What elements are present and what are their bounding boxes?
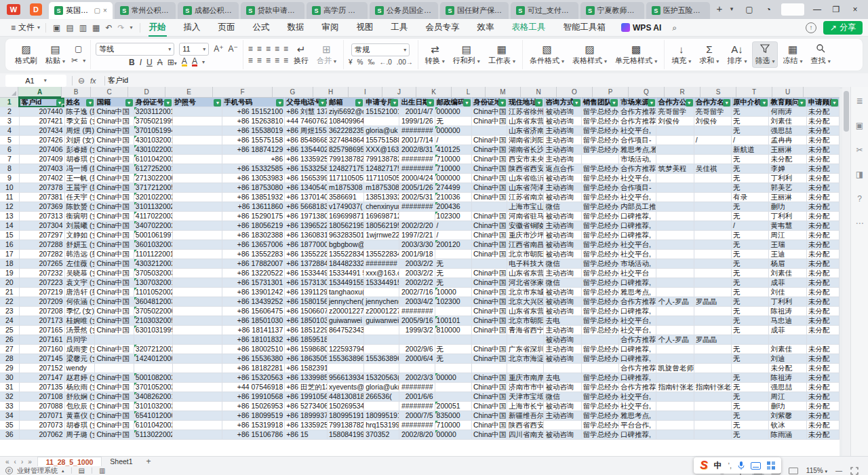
header-cell-O1[interactable]: 销售团队▼ (581, 98, 618, 107)
clipboard-status-icon[interactable]: ▤ (79, 467, 85, 474)
comma-style-icon[interactable]: ‰ (368, 58, 374, 66)
cell-H13[interactable]: 169699871( (327, 212, 363, 221)
cell-G30[interactable]: +86 1339985047 (285, 373, 328, 383)
rail-help-icon[interactable]: ? (857, 194, 862, 204)
cell-K23[interactable] (435, 307, 471, 316)
cell-M22[interactable]: 北京大兴区 (507, 297, 544, 307)
cell-D11[interactable]: 32010220020531242X (134, 193, 172, 202)
cell-J33[interactable]: ######## (399, 402, 435, 411)
cell-J13[interactable] (399, 212, 435, 221)
cell-O16[interactable]: 留学总经办 (581, 240, 618, 250)
cell-C35[interactable]: China中国 (95, 421, 134, 430)
cell-J19[interactable]: 2003/2/2 (399, 269, 435, 278)
cell-L21[interactable]: China中国 (471, 288, 507, 297)
cell-C27[interactable]: China中国 (95, 345, 134, 354)
cell-N6[interactable]: 主动咨询 (544, 145, 581, 155)
cell-R27[interactable] (694, 345, 731, 354)
cell-H33[interactable]: 150269534 (327, 402, 363, 411)
cell-I19[interactable]: xxx@163.c( (364, 269, 399, 278)
column-header-T[interactable]: T (736, 87, 772, 97)
cell-B25[interactable]: 汤景然 (女 (64, 326, 95, 335)
list-status-icon[interactable]: ▥ (99, 467, 105, 474)
cell-H16[interactable]: bgbgbow@ (327, 240, 363, 250)
column-header-F[interactable]: F (213, 87, 273, 97)
table-style-button[interactable]: ▨ 表格样式 ▾ (570, 43, 609, 67)
cell-G26[interactable]: +86 1859518772 (285, 335, 328, 345)
cell-A18[interactable]: 207265 (19, 259, 64, 269)
cell-A20[interactable]: 207223 (19, 278, 64, 288)
cell-N31[interactable]: 被动咨询 (544, 383, 581, 392)
cell-T9[interactable]: 丁利利 (769, 174, 806, 183)
new-document-tab-button[interactable]: + (712, 0, 727, 17)
cell-O8[interactable]: 留学总经办 (581, 164, 618, 174)
column-header-H[interactable]: H (313, 87, 349, 97)
cell-C23[interactable]: China中国 (95, 307, 134, 316)
close-tab-icon[interactable]: × (103, 7, 107, 14)
column-header-G[interactable]: G (273, 87, 313, 97)
cell-U8[interactable]: 未分配 (806, 164, 839, 174)
cell-M17[interactable]: 北京市朝阳 (507, 250, 544, 259)
cell-D30[interactable]: 500108200203035125 (134, 373, 172, 383)
cell-E7[interactable] (173, 155, 222, 164)
cell-H18[interactable]: 18448233200000@qq (327, 259, 363, 269)
underline-button[interactable]: U (146, 58, 153, 67)
filter-dropdown-icon[interactable]: ▼ (319, 99, 326, 107)
cell-T19[interactable]: 刘素佳 (769, 269, 806, 278)
cell-F10[interactable]: +86 18753080 (222, 183, 285, 193)
cell-M8[interactable]: 陕西省西安 (507, 164, 544, 174)
copy-icon[interactable]: ▢ (75, 44, 82, 54)
cell-L35[interactable]: China中国 (471, 421, 507, 430)
cell-L7[interactable]: China中国 (471, 155, 507, 164)
align-center-icon[interactable]: ≡ (257, 56, 261, 65)
cell-G18[interactable]: +86 137288468( (285, 259, 328, 269)
tab-table-tools[interactable]: 表格工具 (503, 19, 555, 36)
cell-O20[interactable]: 留学总经办 (581, 278, 618, 288)
cell-K32[interactable] (435, 392, 471, 402)
cell-N19[interactable]: 主动咨询 (544, 269, 581, 278)
cell-M35[interactable]: 陕西省西安 (507, 421, 544, 430)
cell-E28[interactable] (173, 354, 222, 364)
cell-S6[interactable]: 新航道 (732, 145, 769, 155)
filter-dropdown-icon[interactable]: ▼ (831, 99, 838, 107)
cell-C13[interactable]: China中国 (95, 212, 134, 221)
align-bottom-icon[interactable]: ≡ (266, 44, 270, 54)
cell-F13[interactable]: +86 15290175 (222, 212, 285, 221)
cell-K30[interactable]: 00000 (435, 373, 471, 383)
cell-O23[interactable]: 留学总经办 (581, 307, 618, 316)
cell-T3[interactable]: 刘素佳 (769, 117, 806, 126)
cell-D31[interactable]: 370105200210270824 (134, 383, 172, 392)
cell-F14[interactable]: +86 18056219 (222, 221, 285, 231)
rail-pane-icon[interactable]: ≣ (856, 96, 863, 106)
row-number[interactable]: 25 (0, 326, 19, 335)
cell-N7[interactable]: 主动咨询 (544, 155, 581, 164)
cell-E23[interactable] (173, 307, 222, 316)
cell-A5[interactable]: 207426 (19, 136, 64, 145)
document-tab[interactable]: S国任财产保险样本.x (440, 2, 509, 19)
cell-R25[interactable] (694, 326, 731, 335)
cell-F7[interactable]: +86 (222, 155, 285, 164)
tab-工具[interactable]: 工具 (382, 19, 417, 36)
cell-G6[interactable]: +86 1354402198 (285, 145, 328, 155)
column-header-B[interactable]: B (62, 87, 91, 97)
tab-页面[interactable]: 页面 (210, 19, 244, 36)
cell-S25[interactable]: 无 (732, 326, 769, 335)
cell-H20[interactable]: 153449155 (327, 278, 363, 288)
cell-E33[interactable] (173, 402, 222, 411)
cell-U32[interactable]: 未分配 (806, 392, 839, 402)
cell-L11[interactable]: China中国 (471, 193, 507, 202)
cell-E12[interactable] (173, 202, 222, 212)
cell-I35[interactable]: hrq153199 (364, 421, 399, 430)
cell-P32[interactable]: 社交平台, (619, 392, 656, 402)
row-number[interactable]: 23 (0, 307, 19, 316)
cell-G2[interactable]: +86 刘慧 137052 (285, 107, 328, 117)
cell-F27[interactable]: +86 18002510 (222, 345, 285, 354)
cell-L26[interactable] (471, 335, 507, 345)
cell-L27[interactable]: China中国 (471, 345, 507, 354)
cell-B19[interactable]: 吴晓慕 (女 (64, 269, 95, 278)
cell-I21[interactable] (364, 288, 399, 297)
cell-J6[interactable]: 2002/8/31 (399, 145, 435, 155)
cell-I7[interactable]: 799138782 (364, 155, 399, 164)
cell-I15[interactable]: 1wjrnwe221( (364, 231, 399, 240)
cell-F6[interactable]: +86 18874129 (222, 145, 285, 155)
cell-U18[interactable]: 未分配 (806, 259, 839, 269)
